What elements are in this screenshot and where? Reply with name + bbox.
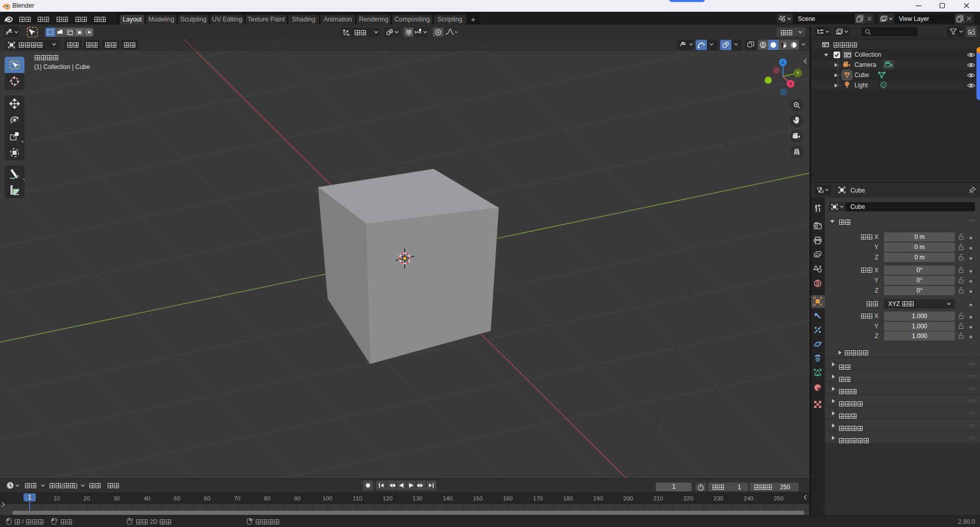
svg-text:Z: Z	[781, 60, 785, 65]
svg-text:X: X	[789, 81, 792, 86]
svg-text:Y: Y	[796, 70, 799, 76]
